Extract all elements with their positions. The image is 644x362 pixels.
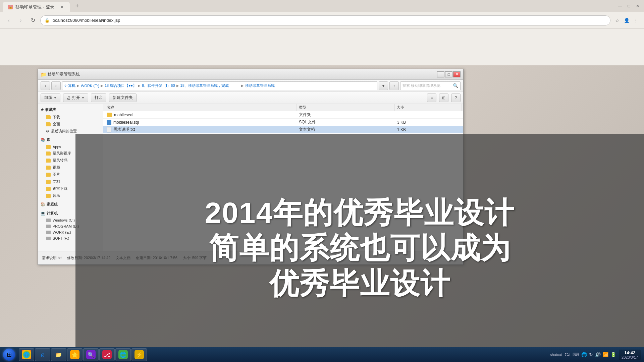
sidebar-item-storm-video[interactable]: 暴风影视库 xyxy=(38,150,103,157)
explorer-minimize-button[interactable]: — xyxy=(437,71,444,77)
breadcrumb-item-2[interactable]: WORK (E:) xyxy=(81,84,99,88)
storm-convert-folder-icon xyxy=(46,159,51,163)
sidebar-item-apps[interactable]: Apps xyxy=(38,144,103,150)
computer-section: 💻 计算机 Windows (C:) PROGRAM (D:) WORK (E:… xyxy=(38,209,103,242)
breadcrumb-item-5[interactable]: 18、移动印章管理系统，完成--------- xyxy=(180,83,240,88)
storm-video-label: 暴风影视库 xyxy=(53,151,71,156)
library-label: 库 xyxy=(47,137,50,142)
file-name-cell-2: mobileseal.sql xyxy=(105,120,297,125)
address-bar[interactable]: 🔒 localhost:8080/mobileseal/index.jsp xyxy=(40,15,610,25)
taskbar-app-search[interactable]: 🔍 xyxy=(83,348,99,361)
sidebar-item-downloads[interactable]: 下载 xyxy=(38,114,103,121)
taskbar-app-star[interactable]: ⭐ xyxy=(67,348,83,361)
file-list-header: 名称 类型 大小 xyxy=(103,104,463,111)
back-button[interactable]: ‹ xyxy=(4,16,13,25)
file-row-readme[interactable]: 需求说明.txt 文本文档 1 KB xyxy=(103,126,463,133)
taskbar-app-green[interactable]: 🌐 xyxy=(115,348,131,361)
user-button[interactable]: 👤 xyxy=(623,16,631,24)
breadcrumb-item-1[interactable]: 计算机 xyxy=(64,83,75,88)
taskbar-app-ie[interactable]: ℯ xyxy=(35,348,50,361)
file-name-3: 需求说明.txt xyxy=(113,127,135,132)
ime-icon[interactable]: Ca xyxy=(565,352,571,357)
refresh-button[interactable]: ↻ xyxy=(28,16,38,25)
status-size: 大小: 599 字节 xyxy=(183,255,207,260)
breadcrumb-item-3[interactable]: 18-综合项目【●●】 xyxy=(105,83,137,88)
breadcrumb-item-6[interactable]: 移动印章管理系统 xyxy=(245,83,275,88)
sidebar-item-d-drive[interactable]: PROGRAM (D:) xyxy=(38,223,103,229)
column-size[interactable]: 大小 xyxy=(395,104,462,111)
browser-extras: ☆ 👤 ⋮ xyxy=(613,16,640,24)
explorer-statusbar: 需求说明.txt 修改日期: 2020/3/17 14:42 文本文档 创建日期… xyxy=(38,251,463,264)
explorer-maximize-button[interactable]: □ xyxy=(445,71,452,77)
breadcrumb-item-4[interactable]: 8、软件开发（Ⅰ）60 xyxy=(142,83,175,88)
explorer-back-button[interactable]: ‹ xyxy=(41,81,50,90)
explorer-close-button[interactable]: ✕ xyxy=(453,71,461,77)
tab-close-button[interactable]: ✕ xyxy=(59,4,64,10)
column-type[interactable]: 类型 xyxy=(297,104,395,111)
clock-date: 2020/3/17 xyxy=(622,355,638,359)
file-manager-icon: 📁 xyxy=(54,350,63,359)
taskbar-app-files[interactable]: 📁 xyxy=(51,348,66,361)
file-name-cell-3: 需求说明.txt xyxy=(105,127,297,132)
tab-favicon: 🔒 xyxy=(8,5,13,9)
taskbar: ⊞ 🌐 ℯ 📁 ⭐ 🔍 ⎇ 🌐 ⚡ shutcut Ca xyxy=(0,347,644,362)
sidebar-item-f-drive[interactable]: SOFT (F:) xyxy=(38,235,103,241)
search-bar[interactable]: 搜索 移动印章管理系统 🔍 xyxy=(400,81,461,90)
file-size-cell-3: 1 KB xyxy=(395,127,462,132)
view-tiles-button[interactable]: ⊞ xyxy=(439,94,448,102)
sidebar-item-recent[interactable]: ⊙ 最近访问的位置 xyxy=(38,128,103,135)
library-header: 📚 库 xyxy=(38,136,103,144)
downloads-label: 下载 xyxy=(53,115,60,120)
breadcrumb-sep-5: ▶ xyxy=(241,84,244,87)
organize-button[interactable]: 组织 ▼ xyxy=(41,94,60,102)
go-up-button[interactable]: ↑ xyxy=(389,81,399,90)
sidebar-item-video[interactable]: 视频 xyxy=(38,164,103,171)
column-name[interactable]: 名称 xyxy=(105,104,297,111)
status-modified: 修改日期: 2020/3/17 14:42 xyxy=(67,255,111,260)
taskbar-app-git[interactable]: ⎇ xyxy=(99,348,115,361)
browser-window-controls: — □ ✕ xyxy=(616,2,641,10)
sidebar-item-storm-convert[interactable]: 暴风转码 xyxy=(38,157,103,164)
sidebar-item-desktop[interactable]: 桌面 xyxy=(38,121,103,128)
new-folder-button[interactable]: 新建文件夹 xyxy=(109,94,137,102)
browser-maximize-button[interactable]: □ xyxy=(625,2,633,10)
print-button[interactable]: 打印 xyxy=(91,94,106,102)
sidebar-item-xunlei[interactable]: 迅雷下载 xyxy=(38,185,103,192)
sidebar-item-pictures[interactable]: 图片 xyxy=(38,171,103,178)
clock-area[interactable]: 14:42 2020/3/17 xyxy=(619,350,641,360)
sidebar-item-music[interactable]: 音乐 xyxy=(38,192,103,199)
sidebar-item-c-drive[interactable]: Windows (C:) xyxy=(38,217,103,223)
start-button[interactable]: ⊞ xyxy=(1,348,17,361)
file-list-area: 名称 类型 大小 mobileseal 文件夹 mobileseal.sql S… xyxy=(103,104,463,251)
thunder-icon: ⚡ xyxy=(135,350,144,359)
view-list-button[interactable]: ≡ xyxy=(427,94,436,102)
file-row-mobileseal-folder[interactable]: mobileseal 文件夹 xyxy=(103,111,463,119)
network-icon-2[interactable]: 📶 xyxy=(603,352,608,357)
search-placeholder: 搜索 移动印章管理系统 xyxy=(402,83,440,88)
forward-button[interactable]: › xyxy=(16,16,25,25)
speaker-icon[interactable]: 🔊 xyxy=(595,352,601,357)
favorites-icon: ★ xyxy=(41,108,44,112)
menu-button[interactable]: ⋮ xyxy=(632,16,640,24)
sidebar-item-e-drive[interactable]: WORK (E:) xyxy=(38,229,103,235)
open-button[interactable]: 🖨 打开 ▼ xyxy=(63,94,88,102)
active-tab[interactable]: 🔒 移动印章管理 - 登录 ✕ xyxy=(3,2,70,12)
help-button[interactable]: ? xyxy=(451,94,461,102)
music-folder-icon xyxy=(46,194,51,198)
new-tab-button[interactable]: + xyxy=(72,1,82,11)
bookmark-star-button[interactable]: ☆ xyxy=(613,16,621,24)
explorer-forward-button[interactable]: › xyxy=(51,81,61,90)
sidebar-item-docs[interactable]: 文档 xyxy=(38,178,103,185)
browser-minimize-button[interactable]: — xyxy=(616,2,624,10)
file-row-mobileseal-sql[interactable]: mobileseal.sql SQL 文件 3 KB xyxy=(103,119,463,126)
file-name-2: mobileseal.sql xyxy=(113,120,139,125)
download-folder-icon xyxy=(46,115,51,119)
breadcrumb-dropdown-button[interactable]: ▼ xyxy=(379,81,388,90)
docs-folder-icon xyxy=(46,180,51,184)
taskbar-app-chrome[interactable]: 🌐 xyxy=(19,348,34,361)
browser-close-button[interactable]: ✕ xyxy=(634,2,641,10)
status-type: 文本文档 xyxy=(116,255,130,260)
computer-header: 💻 计算机 xyxy=(38,209,103,217)
taskbar-app-thunder[interactable]: ⚡ xyxy=(131,348,147,361)
shutcut-label: shutcut xyxy=(550,353,562,357)
